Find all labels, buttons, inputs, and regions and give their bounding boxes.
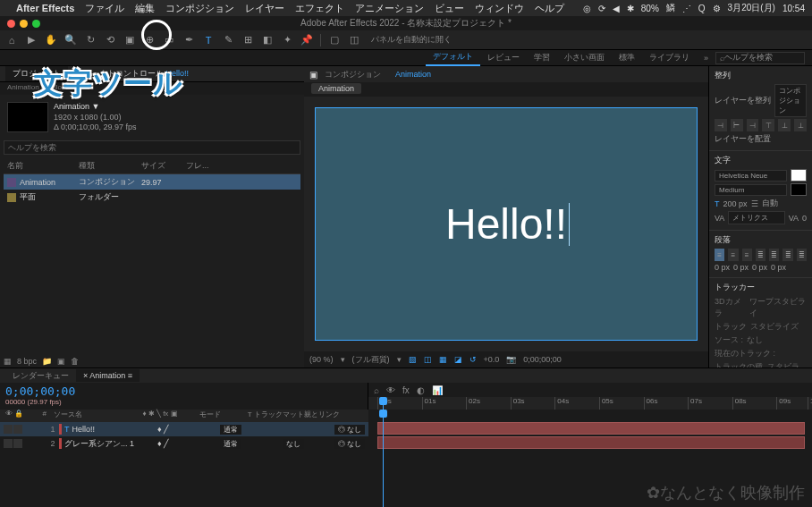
- workspace-learn[interactable]: 学習: [527, 50, 557, 65]
- current-time[interactable]: 0;00;00;00: [523, 355, 562, 364]
- menu-view[interactable]: ビュー: [435, 2, 464, 15]
- visibility-toggle[interactable]: [4, 425, 13, 434]
- stroke-color-swatch[interactable]: [791, 183, 807, 196]
- visibility-toggle[interactable]: [4, 439, 13, 448]
- timeline-layer-1[interactable]: 1 THello!! ♦ ╱ 通常 ◎ なし: [0, 422, 368, 436]
- lock-toggle[interactable]: [13, 439, 22, 448]
- layer-1-bar[interactable]: [377, 422, 805, 435]
- grid-icon[interactable]: ▦: [439, 355, 447, 364]
- snap-toggle[interactable]: ▢: [326, 32, 343, 48]
- workspace-review[interactable]: レビュー: [480, 50, 527, 65]
- channel-icon[interactable]: ◪: [454, 355, 462, 364]
- shape-tool[interactable]: ▭: [161, 32, 177, 48]
- align-center-text-icon[interactable]: ≡: [728, 249, 738, 261]
- comp-breadcrumb[interactable]: Animation: [388, 68, 438, 80]
- indent-left[interactable]: 0 px: [715, 263, 730, 272]
- timeline-tracks[interactable]: [368, 410, 812, 507]
- composition-viewer[interactable]: Hello!!: [304, 97, 708, 351]
- space-after[interactable]: 0 px: [771, 263, 786, 272]
- snapshot-icon[interactable]: 📷: [506, 355, 516, 364]
- new-folder-icon[interactable]: 📁: [42, 357, 52, 366]
- tl-search-icon[interactable]: ⌕: [374, 385, 379, 395]
- align-left-icon[interactable]: ⊣: [715, 119, 727, 131]
- menu-help[interactable]: ヘルプ: [535, 2, 564, 15]
- workspace-standard[interactable]: 標準: [612, 50, 642, 65]
- puppet-tool[interactable]: 📌: [299, 32, 315, 48]
- align-top-icon[interactable]: ⊤: [762, 119, 774, 131]
- roto-tool[interactable]: ✦: [279, 32, 295, 48]
- time-ruler[interactable]: 00s 01s 02s 03s 04s 05s 06s 07s 08s 09s …: [368, 397, 812, 410]
- brush-tool[interactable]: ✎: [220, 32, 236, 48]
- parent-dropdown[interactable]: ◎ なし: [334, 425, 365, 435]
- menu-animation[interactable]: アニメーション: [355, 2, 424, 15]
- selection-tool[interactable]: ▶: [23, 32, 39, 48]
- control-center-icon[interactable]: ⚙: [713, 4, 721, 13]
- tl-graph-icon[interactable]: 📊: [432, 385, 443, 395]
- help-search[interactable]: ⌕ ヘルプを検索: [715, 52, 805, 64]
- kerning[interactable]: メトリクス: [728, 211, 784, 224]
- search-icon[interactable]: Q: [698, 4, 706, 13]
- tracking-value[interactable]: 0: [802, 214, 807, 223]
- menu-file[interactable]: ファイル: [85, 2, 124, 15]
- project-thumbnail[interactable]: [7, 102, 48, 132]
- rotate-tool[interactable]: ⟲: [102, 32, 118, 48]
- current-timecode[interactable]: 0;00;00;00: [5, 384, 362, 398]
- tl-fx-icon[interactable]: fx: [402, 385, 410, 395]
- menu-window[interactable]: ウィンドウ: [475, 2, 524, 15]
- timeline-layer-2[interactable]: 2 グレー系シアン... 1 ♦ ╱ 通常 なし ◎ なし: [0, 436, 368, 451]
- app-name[interactable]: After Effects: [16, 3, 74, 13]
- text-layer-hello[interactable]: Hello!!: [445, 199, 567, 249]
- justify-right-icon[interactable]: ≣: [782, 249, 792, 261]
- workspace-more[interactable]: »: [697, 52, 715, 64]
- leading-value[interactable]: 自動: [762, 198, 778, 209]
- camera-tool[interactable]: ▣: [122, 32, 138, 48]
- justify-left-icon[interactable]: ≣: [756, 249, 765, 261]
- justify-center-icon[interactable]: ≣: [769, 249, 779, 261]
- guides-icon[interactable]: ▧: [409, 355, 417, 364]
- eraser-tool[interactable]: ◧: [259, 32, 275, 48]
- menu-composition[interactable]: コンポジション: [165, 2, 234, 15]
- workspace-library[interactable]: ライブラリ: [642, 50, 697, 65]
- tl-shy-icon[interactable]: 👁: [386, 385, 395, 395]
- exposure-value[interactable]: +0.0: [484, 355, 500, 364]
- timeline-comp-tab[interactable]: × Animation ≡: [76, 369, 140, 382]
- zoom-dropdown[interactable]: (90 %): [309, 355, 334, 364]
- zoom-tool[interactable]: 🔍: [63, 32, 79, 48]
- workspace-default[interactable]: デフォルト: [426, 49, 480, 66]
- lock-toggle[interactable]: [13, 425, 22, 434]
- render-queue-tab[interactable]: レンダーキュー: [5, 368, 76, 384]
- tl-mb-icon[interactable]: ◐: [417, 385, 425, 395]
- new-comp-icon[interactable]: ▣: [57, 357, 65, 366]
- project-panel-tab[interactable]: プロジェクト: [5, 66, 68, 81]
- mask-mode[interactable]: ◫: [346, 32, 362, 48]
- home-tool[interactable]: ⌂: [4, 32, 20, 48]
- clone-tool[interactable]: ⊞: [240, 32, 256, 48]
- justify-all-icon[interactable]: ≣: [797, 249, 807, 261]
- menu-layer[interactable]: レイヤー: [245, 2, 284, 15]
- effect-controls-tab[interactable]: エフェクトコントロール Hello!!: [68, 66, 196, 81]
- align-vcenter-icon[interactable]: ⊥: [778, 119, 791, 131]
- quality-dropdown[interactable]: (フル画質): [352, 354, 390, 366]
- pen-tool[interactable]: ✒: [181, 32, 197, 48]
- font-size[interactable]: 200 px: [723, 199, 748, 208]
- minimize-button[interactable]: [20, 20, 28, 28]
- project-item-solids[interactable]: 平面フォルダー: [4, 190, 300, 205]
- composition-canvas[interactable]: Hello!!: [315, 107, 698, 341]
- playhead[interactable]: [383, 397, 384, 410]
- indent-right[interactable]: 0 px: [733, 263, 749, 272]
- type-tool[interactable]: T: [200, 32, 216, 48]
- space-before[interactable]: 0 px: [752, 263, 767, 272]
- font-family[interactable]: Helvetica Neue: [715, 170, 787, 182]
- menu-effect[interactable]: エフェクト: [295, 2, 344, 15]
- reset-exposure-icon[interactable]: ↺: [469, 355, 477, 364]
- delete-icon[interactable]: 🗑: [71, 357, 79, 366]
- parent-dropdown[interactable]: ◎ なし: [334, 439, 365, 449]
- comp-subtab[interactable]: Animation: [311, 83, 361, 94]
- hand-tool[interactable]: ✋: [43, 32, 59, 48]
- bpc-toggle[interactable]: 8 bpc: [17, 357, 37, 366]
- align-target[interactable]: コンポジション: [774, 84, 807, 117]
- font-weight[interactable]: Medium: [715, 184, 787, 196]
- layer-2-bar[interactable]: [377, 436, 805, 449]
- mask-icon[interactable]: ◫: [424, 355, 432, 364]
- menu-edit[interactable]: 編集: [135, 2, 155, 15]
